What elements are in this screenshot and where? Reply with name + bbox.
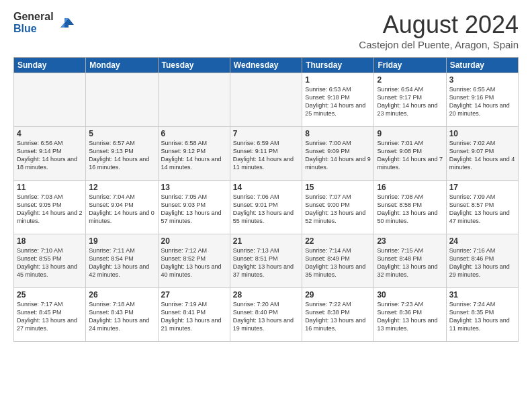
day-info: Sunrise: 7:17 AMSunset: 8:45 PMDaylight:… xyxy=(17,300,83,333)
calendar-cell: 1Sunrise: 6:53 AMSunset: 9:18 PMDaylight… xyxy=(302,73,374,127)
day-number: 5 xyxy=(89,129,154,138)
day-info: Sunrise: 7:20 AMSunset: 8:40 PMDaylight:… xyxy=(233,300,299,333)
calendar-cell xyxy=(14,73,86,127)
day-number: 17 xyxy=(449,183,515,192)
calendar-cell: 30Sunrise: 7:23 AMSunset: 8:36 PMDayligh… xyxy=(374,288,446,342)
day-info: Sunrise: 7:23 AMSunset: 8:36 PMDaylight:… xyxy=(377,300,443,333)
day-info: Sunrise: 6:55 AMSunset: 9:16 PMDaylight:… xyxy=(449,85,515,118)
calendar-cell xyxy=(230,73,302,127)
day-number: 4 xyxy=(17,129,83,138)
day-info: Sunrise: 7:24 AMSunset: 8:35 PMDaylight:… xyxy=(449,300,515,333)
day-header-tuesday: Tuesday xyxy=(158,58,230,73)
calendar-page: General Blue August 2024 Castejon del Pu… xyxy=(0,0,532,411)
day-info: Sunrise: 7:10 AMSunset: 8:55 PMDaylight:… xyxy=(17,246,83,279)
calendar-cell: 29Sunrise: 7:22 AMSunset: 8:38 PMDayligh… xyxy=(302,288,374,342)
day-header-thursday: Thursday xyxy=(302,58,374,73)
day-number: 31 xyxy=(449,290,515,300)
day-number: 3 xyxy=(449,75,515,85)
day-header-friday: Friday xyxy=(374,58,446,73)
day-info: Sunrise: 7:00 AMSunset: 9:09 PMDaylight:… xyxy=(305,139,371,172)
day-info: Sunrise: 7:18 AMSunset: 8:43 PMDaylight:… xyxy=(89,300,154,333)
day-number: 25 xyxy=(17,290,83,300)
day-info: Sunrise: 7:14 AMSunset: 8:49 PMDaylight:… xyxy=(305,246,371,279)
month-year-title: August 2024 xyxy=(359,11,519,39)
day-info: Sunrise: 7:19 AMSunset: 8:41 PMDaylight:… xyxy=(161,300,227,333)
day-number: 6 xyxy=(161,129,227,138)
day-header-monday: Monday xyxy=(86,58,158,73)
day-number: 12 xyxy=(89,183,154,192)
day-number: 1 xyxy=(305,75,371,85)
day-info: Sunrise: 7:04 AMSunset: 9:04 PMDaylight:… xyxy=(89,193,154,226)
title-section: August 2024 Castejon del Puente, Aragon,… xyxy=(359,11,519,50)
day-number: 15 xyxy=(305,183,371,192)
day-info: Sunrise: 7:09 AMSunset: 8:57 PMDaylight:… xyxy=(449,193,515,226)
day-info: Sunrise: 6:56 AMSunset: 9:14 PMDaylight:… xyxy=(17,139,83,172)
day-info: Sunrise: 7:01 AMSunset: 9:08 PMDaylight:… xyxy=(377,139,443,172)
day-number: 18 xyxy=(17,236,83,246)
calendar-cell: 8Sunrise: 7:00 AMSunset: 9:09 PMDaylight… xyxy=(302,127,374,181)
day-header-saturday: Saturday xyxy=(446,58,518,73)
calendar-cell: 12Sunrise: 7:04 AMSunset: 9:04 PMDayligh… xyxy=(86,181,158,234)
day-number: 16 xyxy=(377,183,443,192)
calendar-cell: 19Sunrise: 7:11 AMSunset: 8:54 PMDayligh… xyxy=(86,234,158,288)
day-info: Sunrise: 7:05 AMSunset: 9:03 PMDaylight:… xyxy=(161,193,227,226)
calendar-cell: 20Sunrise: 7:12 AMSunset: 8:52 PMDayligh… xyxy=(158,234,230,288)
logo-blue: Blue xyxy=(13,23,54,35)
day-info: Sunrise: 6:53 AMSunset: 9:18 PMDaylight:… xyxy=(305,85,371,118)
day-info: Sunrise: 6:59 AMSunset: 9:11 PMDaylight:… xyxy=(233,139,299,172)
calendar-week-row: 1Sunrise: 6:53 AMSunset: 9:18 PMDaylight… xyxy=(14,73,519,127)
logo: General Blue xyxy=(13,11,75,34)
calendar-cell xyxy=(86,73,158,127)
calendar-cell: 13Sunrise: 7:05 AMSunset: 9:03 PMDayligh… xyxy=(158,181,230,234)
day-info: Sunrise: 7:22 AMSunset: 8:38 PMDaylight:… xyxy=(305,300,371,333)
logo-text: General Blue xyxy=(13,11,75,34)
calendar-cell: 31Sunrise: 7:24 AMSunset: 8:35 PMDayligh… xyxy=(446,288,518,342)
day-info: Sunrise: 7:02 AMSunset: 9:07 PMDaylight:… xyxy=(449,139,515,172)
calendar-cell: 14Sunrise: 7:06 AMSunset: 9:01 PMDayligh… xyxy=(230,181,302,234)
day-number: 8 xyxy=(305,129,371,138)
calendar-cell: 17Sunrise: 7:09 AMSunset: 8:57 PMDayligh… xyxy=(446,181,518,234)
location-subtitle: Castejon del Puente, Aragon, Spain xyxy=(359,39,519,50)
day-info: Sunrise: 7:06 AMSunset: 9:01 PMDaylight:… xyxy=(233,193,299,226)
day-number: 10 xyxy=(449,129,515,138)
day-number: 11 xyxy=(17,183,83,192)
day-number: 20 xyxy=(161,236,227,246)
calendar-cell: 23Sunrise: 7:15 AMSunset: 8:48 PMDayligh… xyxy=(374,234,446,288)
day-info: Sunrise: 7:07 AMSunset: 9:00 PMDaylight:… xyxy=(305,193,371,226)
calendar-cell: 25Sunrise: 7:17 AMSunset: 8:45 PMDayligh… xyxy=(14,288,86,342)
calendar-cell: 22Sunrise: 7:14 AMSunset: 8:49 PMDayligh… xyxy=(302,234,374,288)
day-number: 30 xyxy=(377,290,443,300)
day-info: Sunrise: 7:03 AMSunset: 9:05 PMDaylight:… xyxy=(17,193,83,226)
day-header-sunday: Sunday xyxy=(14,58,86,73)
day-info: Sunrise: 7:11 AMSunset: 8:54 PMDaylight:… xyxy=(89,246,154,279)
calendar-week-row: 11Sunrise: 7:03 AMSunset: 9:05 PMDayligh… xyxy=(14,181,519,234)
day-number: 7 xyxy=(233,129,299,138)
day-number: 27 xyxy=(161,290,227,300)
calendar-cell: 10Sunrise: 7:02 AMSunset: 9:07 PMDayligh… xyxy=(446,127,518,181)
day-info: Sunrise: 6:57 AMSunset: 9:13 PMDaylight:… xyxy=(89,139,154,172)
day-number: 14 xyxy=(233,183,299,192)
calendar-header-row: SundayMondayTuesdayWednesdayThursdayFrid… xyxy=(14,58,519,73)
calendar-cell: 2Sunrise: 6:54 AMSunset: 9:17 PMDaylight… xyxy=(374,73,446,127)
calendar-cell: 6Sunrise: 6:58 AMSunset: 9:12 PMDaylight… xyxy=(158,127,230,181)
calendar-table: SundayMondayTuesdayWednesdayThursdayFrid… xyxy=(13,57,519,342)
calendar-cell: 15Sunrise: 7:07 AMSunset: 9:00 PMDayligh… xyxy=(302,181,374,234)
header: General Blue August 2024 Castejon del Pu… xyxy=(13,11,519,50)
calendar-cell: 28Sunrise: 7:20 AMSunset: 8:40 PMDayligh… xyxy=(230,288,302,342)
day-info: Sunrise: 7:12 AMSunset: 8:52 PMDaylight:… xyxy=(161,246,227,279)
day-number: 29 xyxy=(305,290,371,300)
calendar-week-row: 18Sunrise: 7:10 AMSunset: 8:55 PMDayligh… xyxy=(14,234,519,288)
day-number: 24 xyxy=(449,236,515,246)
calendar-cell: 26Sunrise: 7:18 AMSunset: 8:43 PMDayligh… xyxy=(86,288,158,342)
calendar-cell: 24Sunrise: 7:16 AMSunset: 8:46 PMDayligh… xyxy=(446,234,518,288)
calendar-week-row: 25Sunrise: 7:17 AMSunset: 8:45 PMDayligh… xyxy=(14,288,519,342)
calendar-cell: 9Sunrise: 7:01 AMSunset: 9:08 PMDaylight… xyxy=(374,127,446,181)
day-number: 26 xyxy=(89,290,154,300)
day-info: Sunrise: 6:54 AMSunset: 9:17 PMDaylight:… xyxy=(377,85,443,118)
day-number: 2 xyxy=(377,75,443,85)
calendar-cell: 11Sunrise: 7:03 AMSunset: 9:05 PMDayligh… xyxy=(14,181,86,234)
logo-general: General xyxy=(13,11,54,23)
calendar-cell: 27Sunrise: 7:19 AMSunset: 8:41 PMDayligh… xyxy=(158,288,230,342)
calendar-cell: 5Sunrise: 6:57 AMSunset: 9:13 PMDaylight… xyxy=(86,127,158,181)
day-number: 9 xyxy=(377,129,443,138)
